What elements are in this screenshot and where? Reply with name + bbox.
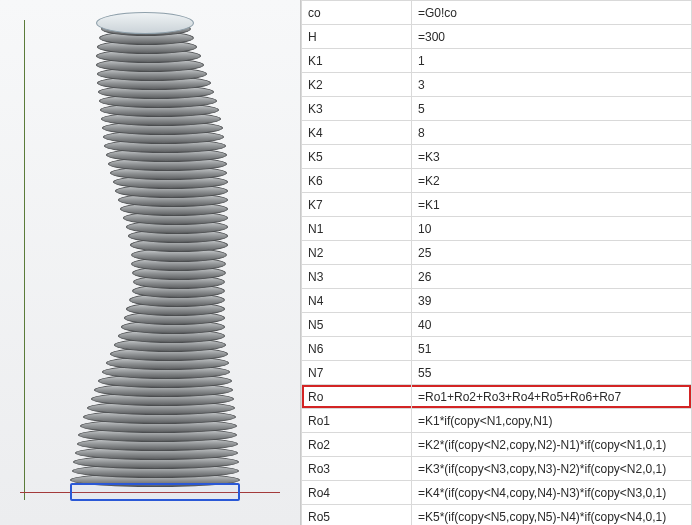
param-value-cell[interactable]: =K2*(if(copy<N2,copy,N2)-N1)*if(copy<N1,… [412, 433, 692, 457]
param-name-cell[interactable]: Ro1 [302, 409, 412, 433]
param-name-cell[interactable]: N2 [302, 241, 412, 265]
param-name-cell[interactable]: K1 [302, 49, 412, 73]
param-value-cell[interactable]: =K5*(if(copy<N5,copy,N5)-N4)*if(copy<N4,… [412, 505, 692, 526]
param-name-cell[interactable]: Ro4 [302, 481, 412, 505]
param-name-cell[interactable]: Ro3 [302, 457, 412, 481]
tower-top-cap [96, 12, 194, 34]
param-row[interactable]: Ro=Ro1+Ro2+Ro3+Ro4+Ro5+Ro6+Ro7 [302, 385, 692, 409]
param-value-cell[interactable]: =300 [412, 25, 692, 49]
param-value-cell[interactable]: =K3 [412, 145, 692, 169]
param-row[interactable]: N326 [302, 265, 692, 289]
param-value-cell[interactable]: 51 [412, 337, 692, 361]
param-row[interactable]: Ro3=K3*(if(copy<N3,copy,N3)-N2)*if(copy<… [302, 457, 692, 481]
param-row[interactable]: N651 [302, 337, 692, 361]
param-value-cell[interactable]: =K4*(if(copy<N4,copy,N4)-N3)*if(copy<N3,… [412, 481, 692, 505]
param-row[interactable]: Ro2=K2*(if(copy<N2,copy,N2)-N1)*if(copy<… [302, 433, 692, 457]
param-value-cell[interactable]: =K2 [412, 169, 692, 193]
param-row[interactable]: co=G0!co [302, 1, 692, 25]
param-value-cell[interactable]: =Ro1+Ro2+Ro3+Ro4+Ro5+Ro6+Ro7 [412, 385, 692, 409]
param-name-cell[interactable]: H [302, 25, 412, 49]
param-row[interactable]: N439 [302, 289, 692, 313]
param-value-cell[interactable]: 25 [412, 241, 692, 265]
param-row[interactable]: K35 [302, 97, 692, 121]
param-value-cell[interactable]: 3 [412, 73, 692, 97]
param-name-cell[interactable]: co [302, 1, 412, 25]
param-value-cell[interactable]: 40 [412, 313, 692, 337]
param-row[interactable]: K7=K1 [302, 193, 692, 217]
axis-y [24, 20, 25, 500]
param-name-cell[interactable]: K6 [302, 169, 412, 193]
param-value-cell[interactable]: 26 [412, 265, 692, 289]
param-row[interactable]: K11 [302, 49, 692, 73]
param-value-cell[interactable]: 5 [412, 97, 692, 121]
param-row[interactable]: Ro4=K4*(if(copy<N4,copy,N4)-N3)*if(copy<… [302, 481, 692, 505]
parameter-table-panel: co=G0!coH=300K11K23K35K48K5=K3K6=K2K7=K1… [300, 0, 692, 525]
model-viewport[interactable] [0, 0, 300, 525]
param-value-cell[interactable]: 55 [412, 361, 692, 385]
param-name-cell[interactable]: N3 [302, 265, 412, 289]
param-value-cell[interactable]: 39 [412, 289, 692, 313]
base-selection-box[interactable] [70, 483, 240, 501]
param-row[interactable]: N540 [302, 313, 692, 337]
param-row[interactable]: H=300 [302, 25, 692, 49]
param-row[interactable]: K6=K2 [302, 169, 692, 193]
param-value-cell[interactable]: 10 [412, 217, 692, 241]
tower-model [70, 23, 240, 483]
param-name-cell[interactable]: K3 [302, 97, 412, 121]
param-name-cell[interactable]: N4 [302, 289, 412, 313]
param-row[interactable]: N225 [302, 241, 692, 265]
param-row[interactable]: K23 [302, 73, 692, 97]
param-name-cell[interactable]: N6 [302, 337, 412, 361]
param-row[interactable]: K48 [302, 121, 692, 145]
param-name-cell[interactable]: Ro2 [302, 433, 412, 457]
param-name-cell[interactable]: N7 [302, 361, 412, 385]
param-name-cell[interactable]: N1 [302, 217, 412, 241]
param-value-cell[interactable]: =K3*(if(copy<N3,copy,N3)-N2)*if(copy<N2,… [412, 457, 692, 481]
parameter-table[interactable]: co=G0!coH=300K11K23K35K48K5=K3K6=K2K7=K1… [301, 0, 692, 525]
param-row[interactable]: Ro5=K5*(if(copy<N5,copy,N5)-N4)*if(copy<… [302, 505, 692, 526]
param-name-cell[interactable]: K2 [302, 73, 412, 97]
param-name-cell[interactable]: K4 [302, 121, 412, 145]
param-value-cell[interactable]: 1 [412, 49, 692, 73]
param-name-cell[interactable]: N5 [302, 313, 412, 337]
param-name-cell[interactable]: Ro [302, 385, 412, 409]
param-row[interactable]: N110 [302, 217, 692, 241]
param-value-cell[interactable]: =G0!co [412, 1, 692, 25]
param-name-cell[interactable]: Ro5 [302, 505, 412, 526]
param-name-cell[interactable]: K7 [302, 193, 412, 217]
param-row[interactable]: Ro1=K1*if(copy<N1,copy,N1) [302, 409, 692, 433]
param-value-cell[interactable]: =K1*if(copy<N1,copy,N1) [412, 409, 692, 433]
param-value-cell[interactable]: 8 [412, 121, 692, 145]
param-row[interactable]: K5=K3 [302, 145, 692, 169]
param-name-cell[interactable]: K5 [302, 145, 412, 169]
param-value-cell[interactable]: =K1 [412, 193, 692, 217]
param-row[interactable]: N755 [302, 361, 692, 385]
